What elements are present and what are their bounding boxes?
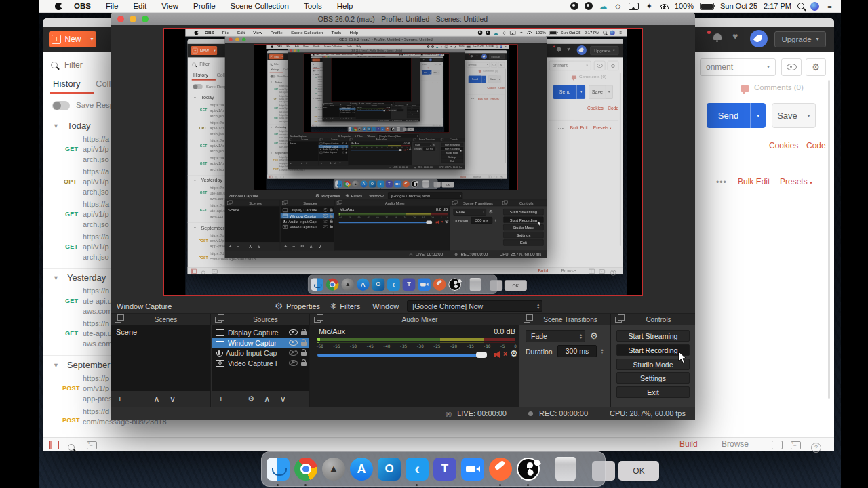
move-source-down-button[interactable]: ∨ [339,162,341,165]
environment-preview-button[interactable] [491,62,497,68]
dock-outlook-icon[interactable]: O [367,127,371,131]
scene-item[interactable]: Scene [288,142,319,145]
start-streaming-button[interactable]: Start Streaming [503,209,543,215]
environment-settings-button[interactable]: ⚙ [806,58,826,76]
sparkle-status-icon[interactable]: ✦ [519,30,524,35]
menu-profile[interactable]: Profile [267,30,287,35]
code-link[interactable]: Code [806,141,826,150]
environment-settings-button[interactable]: ⚙ [608,61,619,70]
source-item-window-capture[interactable]: Window Captur [281,213,334,218]
footer-browse-tab[interactable]: Browse [561,268,576,274]
menu-help[interactable]: Help [359,54,364,56]
scenes-panel-header[interactable]: Scenes [225,200,280,206]
tab-history[interactable]: History [271,68,279,71]
footer-build-tab[interactable]: Build [460,175,466,178]
history-item[interactable]: https://a api/v1/p arch.jso [210,138,224,154]
presets-link[interactable]: Presets ▾ [434,82,439,83]
sources-panel-header[interactable]: Sources [280,200,334,206]
dock-finder-icon[interactable] [335,180,342,188]
move-source-down-button[interactable]: ∨ [318,243,321,249]
add-scene-button[interactable]: + [290,162,292,165]
airplay-icon[interactable] [510,30,515,35]
scrollbar[interactable] [828,80,830,399]
duration-stepper[interactable]: ▴▾ [403,109,405,111]
exit-button[interactable]: Exit [503,239,543,245]
source-properties-button[interactable]: ⚙ [300,244,304,249]
shape-status-icon[interactable]: ◇ [406,54,408,56]
spotlight-icon[interactable] [437,54,438,56]
lock-icon[interactable] [346,143,347,144]
volume-slider-handle[interactable] [383,110,385,111]
mixer-settings-icon[interactable]: ⚙ [445,219,449,224]
cloud-icon[interactable]: ☁ [436,45,439,48]
history-item[interactable]: https://n ute-api.u aws.com [279,129,288,138]
help-icon[interactable]: ? [610,268,616,275]
help-icon[interactable]: ? [811,440,821,453]
footer-browse-tab[interactable]: Browse [722,439,749,449]
cloud-icon[interactable]: ☁ [404,54,406,56]
new-request-button[interactable]: + New ▾ [191,46,218,55]
console-icon[interactable] [281,176,284,179]
dock-chrome-icon[interactable] [343,180,351,188]
source-item-video-capture[interactable]: Video Capture I [281,224,334,229]
history-item[interactable]: https://n ute-api.u aws.com [279,140,288,148]
dock-zoom-icon[interactable] [381,127,385,131]
history-item[interactable]: https://n ute-api.u aws.com [210,203,226,219]
menu-help[interactable]: Help [354,45,363,48]
dock-teams-icon[interactable]: T [385,180,393,188]
menu-scene-collection[interactable]: Scene Collection [341,54,353,56]
obs-preview[interactable]: + New ▾ ♥ Upgrade ▾ History Colle Save R… [163,28,643,296]
new-request-button[interactable]: + New ▾ [312,59,320,62]
two-pane-icon[interactable] [488,176,492,179]
send-options-button[interactable]: ▾ [481,75,486,83]
obs-titlebar[interactable]: OBS 26.0.2 (mac) - Profile: Untitled - S… [288,49,465,53]
bell-icon[interactable] [423,59,425,60]
eye-off-icon[interactable] [289,350,298,356]
obs-preview[interactable]: + New ▾ ♥ Upgrade ▾ History Colle Save R… [254,44,518,190]
dock-trash-icon[interactable] [553,457,578,481]
remove-scene-button[interactable]: − [326,117,327,119]
move-scene-down-button[interactable]: ∨ [170,394,176,404]
source-item-video-capture[interactable]: Video Capture I [319,151,349,154]
environment-settings-button[interactable]: ⚙ [498,62,505,68]
duration-stepper[interactable]: ▴▾ [598,345,606,357]
exit-button[interactable]: Exit [616,386,690,398]
settings-button[interactable]: Settings [503,232,543,238]
history-section-yesterday[interactable]: ▼ Yesterday [313,98,321,99]
eye-off-icon[interactable] [342,148,344,150]
source-item-video-capture[interactable]: Video Capture I [212,358,309,368]
history-item[interactable]: https://a api/v1/p arch.jso [210,120,224,136]
transition-settings-icon[interactable]: ⚙ [433,143,436,146]
settings-button[interactable]: Settings [441,155,463,159]
remove-scene-button[interactable]: − [294,162,296,165]
add-scene-button[interactable]: + [117,394,123,404]
properties-button[interactable]: ⚙ Properties [275,301,320,311]
menubar-clock[interactable]: 2:17 PM [431,54,436,56]
apple-icon[interactable] [313,54,315,56]
save-options-button[interactable]: ▾ [497,75,501,83]
transitions-panel-header[interactable]: Scene Transitions [519,314,610,325]
history-item[interactable]: https://a api/v1/p arch.jso [83,134,109,165]
dock-app-store-icon[interactable]: A [356,278,370,291]
upgrade-button[interactable]: Upgrade ▾ [590,46,618,55]
add-source-button[interactable]: + [218,394,224,404]
send-button[interactable]: Send [707,103,750,128]
eye-off-icon[interactable] [289,360,298,366]
transition-select[interactable]: Fade ▴▾ [526,330,585,342]
avatar[interactable] [750,30,768,47]
footer-build-tab[interactable]: Build [538,268,548,274]
move-source-up-button[interactable]: ∧ [309,243,313,249]
menu-obs[interactable]: OBS [315,54,321,56]
lock-icon[interactable] [346,152,347,154]
duration-input[interactable]: 300 ms [397,109,403,111]
transition-select[interactable]: Fade ▴▾ [392,107,402,109]
dock-obs-icon[interactable] [448,278,462,291]
dock-zoom-icon[interactable] [418,278,431,291]
two-pane-icon[interactable] [433,125,435,127]
dock-app-store-icon[interactable]: A [362,127,366,131]
dock-rocket-icon[interactable]: ▲ [321,457,346,481]
source-properties-button[interactable]: ⚙ [345,117,347,119]
send-button[interactable]: Send [553,85,576,99]
more-options-icon[interactable]: ••• [716,178,727,187]
wifi-icon[interactable] [527,31,532,34]
